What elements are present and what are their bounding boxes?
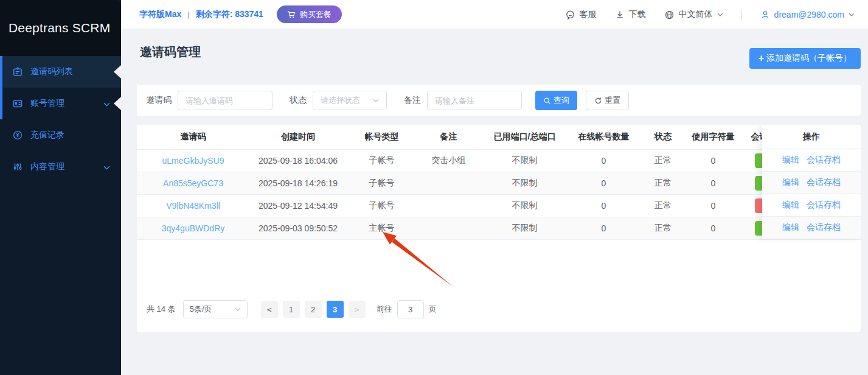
sidebar-item-recharge-records[interactable]: 充值记录: [0, 119, 121, 151]
table-header-row: 邀请码 创建时间 帐号类型 备注 已用端口/总端口 在线帐号数量 状态 使用字符…: [137, 125, 861, 149]
buy-package-label: 购买套餐: [300, 9, 332, 20]
account-type: 子帐号: [347, 149, 417, 172]
sidebar-item-label: 内容管理: [30, 161, 64, 172]
col-invite-code: 邀请码: [137, 125, 249, 149]
language-switcher[interactable]: 中文简体: [664, 9, 723, 20]
goto-page-input[interactable]: [397, 300, 424, 318]
remark: 突击小组: [417, 149, 481, 172]
page-size-select[interactable]: 5条/页: [183, 300, 248, 318]
col-operations: 操作: [762, 125, 861, 149]
invite-code-link[interactable]: uLmeGkbJySU9: [162, 156, 224, 166]
goto-label: 前往: [377, 304, 392, 315]
operations-cell: 编辑 会话存档: [762, 172, 861, 194]
sidebar-item-content-management[interactable]: 内容管理: [0, 151, 121, 183]
edit-link[interactable]: 编辑: [782, 177, 799, 188]
account-type: 子帐号: [347, 172, 417, 194]
plan-info: 字符版Max 剩余字符: 833741 购买套餐: [139, 5, 342, 23]
invite-code-link[interactable]: V9lbN48Km3ll: [166, 201, 220, 211]
recharge-yuan-icon: [12, 130, 23, 141]
ports: 不限制: [481, 149, 569, 172]
next-page-button[interactable]: [349, 301, 366, 318]
reset-button[interactable]: 重置: [586, 91, 629, 110]
add-invite-code-button[interactable]: 添加邀请码（子帐号）: [749, 48, 861, 69]
invite-code-table-card: 邀请码 创建时间 帐号类型 备注 已用端口/总端口 在线帐号数量 状态 使用字符…: [137, 125, 861, 332]
plus-icon: [759, 54, 764, 63]
user-icon: [760, 10, 770, 19]
chevron-down-icon: [717, 13, 723, 16]
active-indicator-bar: [0, 56, 2, 88]
filter-code-label: 邀请码: [146, 95, 172, 106]
account-email: dream@2980.com: [774, 10, 844, 19]
account-card-icon: [12, 98, 23, 109]
reset-label: 重置: [605, 95, 620, 106]
filter-status-select[interactable]: 请选择状态: [313, 91, 387, 110]
content-bars-icon: [12, 161, 23, 172]
download-menu[interactable]: 下载: [615, 9, 646, 20]
created-time: 2025-09-03 09:50:52: [249, 217, 347, 239]
used-chars: 0: [687, 172, 739, 194]
search-button[interactable]: 查询: [535, 91, 577, 110]
page-button-1[interactable]: 1: [283, 301, 300, 318]
online-count: 0: [569, 217, 639, 239]
table-row: uLmeGkbJySU9 2025-09-18 16:04:06 子帐号 突击小…: [137, 149, 861, 172]
ports: 不限制: [481, 194, 569, 217]
operations-cell: 编辑 会话存档: [762, 217, 861, 239]
col-remark: 备注: [417, 125, 481, 149]
online-count: 0: [569, 194, 639, 217]
edit-link[interactable]: 编辑: [782, 222, 799, 233]
filter-code-input[interactable]: [178, 91, 273, 110]
buy-package-button[interactable]: 购买套餐: [277, 5, 342, 23]
remark: [417, 172, 481, 194]
account-type: 主帐号: [347, 217, 417, 239]
session-archive-link[interactable]: 会话存档: [807, 200, 841, 211]
session-archive-link[interactable]: 会话存档: [807, 222, 841, 233]
page-suffix-label: 页: [429, 304, 437, 315]
invite-code-link[interactable]: An85s5eyGC73: [163, 178, 223, 188]
topbar-right: 客服 下载 中文简体: [565, 0, 855, 29]
invite-code-table: 邀请码 创建时间 帐号类型 备注 已用端口/总端口 在线帐号数量 状态 使用字符…: [137, 125, 861, 240]
session-archive-link[interactable]: 会话存档: [807, 155, 841, 166]
language-label: 中文简体: [679, 9, 713, 20]
table-row: 3qy4guBWDdRy 2025-09-03 09:50:52 主帐号 不限制…: [137, 217, 861, 239]
filter-bar: 邀请码 状态 请选择状态 备注 查询 重置: [137, 85, 861, 116]
session-archive-link[interactable]: 会话存档: [807, 177, 841, 188]
app-logo: Deeptrans SCRM: [0, 0, 121, 56]
total-count: 共 14 条: [147, 304, 176, 315]
pagination: 共 14 条 5条/页 1 2 3 前往 页: [147, 300, 437, 319]
prev-page-button[interactable]: [261, 301, 278, 318]
customer-service-menu[interactable]: 客服: [565, 9, 597, 20]
sidebar: Deeptrans SCRM 邀请码列表: [0, 0, 121, 375]
filter-remark-input[interactable]: [427, 91, 522, 110]
remark: [417, 217, 481, 239]
status: 正常: [639, 217, 687, 239]
chevron-down-icon: [103, 99, 110, 108]
page-size-value: 5条/页: [190, 304, 212, 315]
active-notch: [114, 65, 121, 79]
status: 正常: [639, 194, 687, 217]
edit-link[interactable]: 编辑: [782, 200, 799, 211]
customer-service-label: 客服: [580, 9, 597, 20]
sidebar-item-invite-code-list[interactable]: 邀请码列表: [0, 56, 121, 88]
page-button-2[interactable]: 2: [305, 301, 322, 318]
created-time: 2025-09-18 14:26:19: [249, 172, 347, 194]
account-type: 子帐号: [347, 194, 417, 217]
edit-link[interactable]: 编辑: [782, 155, 799, 166]
table-row: An85s5eyGC73 2025-09-18 14:26:19 子帐号 不限制…: [137, 172, 861, 194]
sidebar-item-label: 账号管理: [30, 98, 64, 109]
filter-status-label: 状态: [290, 95, 307, 106]
filter-status-placeholder: 请选择状态: [321, 95, 360, 106]
sidebar-item-account-management[interactable]: 账号管理: [0, 88, 121, 119]
operations-cell: 编辑 会话存档: [762, 194, 861, 217]
status: 正常: [639, 149, 687, 172]
status: 正常: [639, 172, 687, 194]
chevron-down-icon: [103, 162, 110, 172]
col-ports: 已用端口/总端口: [481, 125, 569, 149]
page-button-3-active[interactable]: 3: [327, 301, 344, 318]
search-icon: [543, 97, 551, 105]
remaining-chars: 剩余字符: 833741: [196, 9, 263, 20]
main-content: 邀请码管理 添加邀请码（子帐号） 邀请码 状态 请选择状态 备注 查询: [121, 29, 868, 375]
account-menu[interactable]: dream@2980.com: [760, 10, 855, 19]
invite-code-link[interactable]: 3qy4guBWDdRy: [162, 223, 225, 233]
chevron-down-icon: [235, 307, 241, 311]
fixed-operations-column: 操作 编辑 会话存档 编辑 会话存档 编辑 会话存档 编辑 会话存档: [762, 125, 861, 239]
